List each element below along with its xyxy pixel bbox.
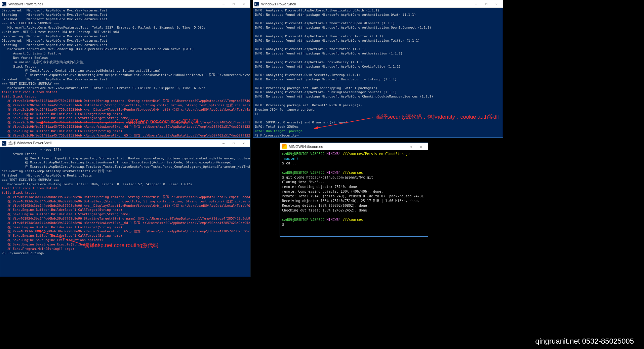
titlebar[interactable]: >_ Windows PowerShell — ☐ ✕	[253, 0, 503, 8]
window-title: 选择 Windows PowerShell	[8, 141, 218, 146]
maximize-button[interactable]: ☐	[406, 143, 416, 150]
mingw-icon	[282, 144, 287, 149]
powershell-window-routing: >_ 选择 Windows PowerShell — ☐ ✕ ↑ (pos 14…	[0, 139, 250, 277]
close-button[interactable]: ✕	[491, 1, 501, 7]
titlebar[interactable]: MINGW64:/f/sources — ☐ ✕	[280, 143, 428, 150]
titlebar[interactable]: >_ Windows PowerShell — ☐ ✕	[0, 0, 250, 8]
titlebar[interactable]: >_ 选择 Windows PowerShell — ☐ ✕	[0, 140, 250, 147]
close-button[interactable]: ✕	[239, 140, 249, 147]
close-button[interactable]: ✕	[416, 143, 426, 150]
mingw-window: MINGW64:/f/sources — ☐ ✕ czd89@DESKTOP-V…	[280, 143, 428, 237]
terminal-output[interactable]: Discovered: Microsoft.AspNetCore.Mvc.Vie…	[0, 8, 250, 138]
powershell-window-security: >_ Windows PowerShell — ☐ ✕ INFO: Analyz…	[253, 0, 503, 138]
terminal-output[interactable]: czd89@DESKTOP-VJ8P6CC MINGW64 /f/sources…	[280, 150, 428, 236]
maximize-button[interactable]: ☐	[481, 1, 491, 7]
minimize-button[interactable]: —	[471, 1, 481, 7]
minimize-button[interactable]: —	[396, 143, 406, 150]
maximize-button[interactable]: ☐	[229, 140, 239, 147]
powershell-icon: >_	[2, 2, 6, 6]
window-title: Windows PowerShell	[8, 2, 218, 6]
window-title: Windows PowerShell	[261, 2, 471, 6]
maximize-button[interactable]: ☐	[229, 1, 239, 7]
terminal-output[interactable]: ↑ (pos 144) Stack Trace: 在 Xunit.Assert.…	[0, 147, 250, 277]
terminal-output[interactable]: INFO: Analyzing Microsoft.AspNetCore.Aut…	[253, 8, 503, 138]
watermark: qingruanit.net 0532-85025005	[535, 337, 634, 346]
powershell-window-mvc: >_ Windows PowerShell — ☐ ✕ Discovered: …	[0, 0, 250, 138]
powershell-icon: >_	[2, 141, 6, 146]
minimize-button[interactable]: —	[218, 140, 229, 147]
minimize-button[interactable]: —	[218, 1, 229, 7]
window-title: MINGW64:/f/sources	[289, 145, 396, 149]
close-button[interactable]: ✕	[239, 1, 249, 7]
powershell-icon: >_	[254, 2, 259, 6]
